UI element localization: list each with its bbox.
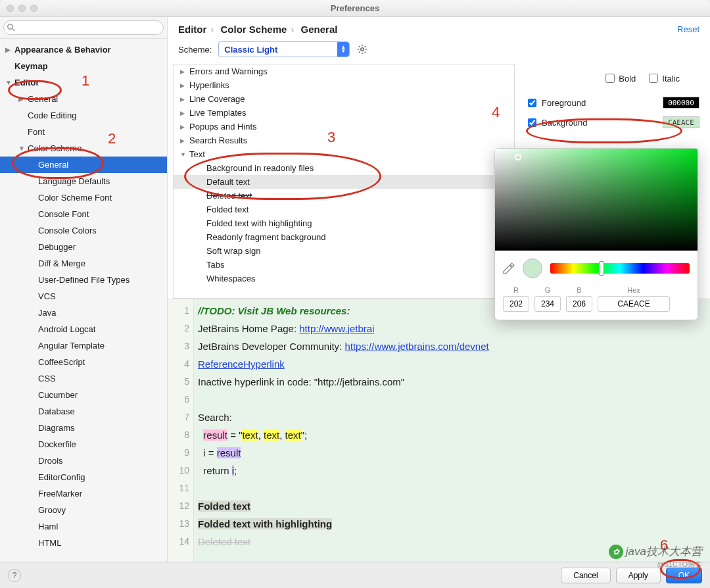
sidebar: ▶Appearance & BehaviorKeymap▼Editor▶Gene… bbox=[0, 17, 168, 562]
sidebar-item[interactable]: CoffeeScript bbox=[0, 354, 167, 370]
search-field[interactable] bbox=[0, 17, 167, 39]
sidebar-item[interactable]: CSS bbox=[0, 370, 167, 387]
attr-item[interactable]: Background in readonly files bbox=[174, 161, 514, 175]
svg-point-0 bbox=[8, 24, 13, 30]
settings-tree[interactable]: ▶Appearance & BehaviorKeymap▼Editor▶Gene… bbox=[0, 39, 167, 562]
attr-item[interactable]: Folded text bbox=[174, 203, 514, 216]
scheme-select[interactable]: Classic Light ▲▼ bbox=[218, 41, 350, 57]
link[interactable]: https://www.jetbrains.com/devnet bbox=[344, 341, 488, 352]
background-checkbox[interactable] bbox=[528, 118, 536, 127]
current-color-swatch bbox=[523, 258, 542, 278]
dialog-footer: ? Cancel Apply OK bbox=[0, 562, 710, 588]
sidebar-item[interactable]: Console Colors bbox=[0, 222, 167, 239]
sidebar-item[interactable]: General bbox=[0, 157, 167, 173]
attr-item[interactable]: Folded text with highlighting bbox=[174, 216, 514, 230]
sidebar-item[interactable]: User-Defined File Types bbox=[0, 272, 167, 288]
sidebar-item[interactable]: Color Scheme Font bbox=[0, 189, 167, 206]
sidebar-item[interactable]: Font bbox=[0, 124, 167, 140]
color-picker-popup[interactable]: R G B Hex bbox=[494, 148, 698, 320]
bold-checkbox[interactable]: Bold bbox=[605, 69, 636, 87]
italic-checkbox[interactable]: Italic bbox=[649, 69, 680, 87]
sidebar-item[interactable]: Database bbox=[0, 403, 167, 420]
sv-cursor[interactable] bbox=[515, 154, 521, 160]
attr-item[interactable]: ▶Search Results bbox=[174, 134, 514, 147]
watermark-sub: @51CTO博客 bbox=[657, 560, 702, 570]
sidebar-item[interactable]: ▶Appearance & Behavior bbox=[0, 41, 167, 58]
sidebar-item[interactable]: Groovy bbox=[0, 502, 167, 518]
hex-input[interactable] bbox=[598, 296, 670, 312]
link[interactable]: http://www.jetbrai bbox=[299, 323, 374, 334]
sidebar-item[interactable]: Java bbox=[0, 305, 167, 321]
annotation-number: 4 bbox=[492, 104, 500, 121]
sidebar-item[interactable]: ▶General bbox=[0, 91, 167, 107]
background-label: Background bbox=[542, 118, 587, 128]
annotation-number: 3 bbox=[327, 129, 335, 146]
dropdown-caret-icon: ▲▼ bbox=[337, 42, 349, 57]
attr-item[interactable]: Deleted text bbox=[174, 189, 514, 203]
b-input[interactable] bbox=[566, 296, 592, 312]
titlebar: Preferences bbox=[0, 0, 710, 17]
sidebar-item[interactable]: Diff & Merge bbox=[0, 255, 167, 272]
ok-button[interactable]: OK bbox=[666, 568, 702, 583]
attr-item[interactable]: ▶Line Coverage bbox=[174, 92, 514, 106]
foreground-swatch[interactable]: 000000 bbox=[663, 97, 699, 109]
sidebar-item[interactable]: Diagrams bbox=[0, 420, 167, 436]
window-title: Preferences bbox=[331, 3, 379, 13]
foreground-label: Foreground bbox=[542, 98, 586, 108]
scheme-value: Classic Light bbox=[224, 45, 277, 55]
attr-item[interactable]: Soft wrap sign bbox=[174, 244, 514, 258]
crumb-editor[interactable]: Editor bbox=[178, 24, 206, 35]
search-input[interactable] bbox=[3, 20, 164, 35]
eyedropper-icon[interactable] bbox=[503, 262, 515, 274]
background-swatch[interactable]: CAEACE bbox=[663, 116, 699, 128]
gutter: 1234567891011121314 bbox=[168, 299, 194, 562]
sidebar-item[interactable]: Code Editing bbox=[0, 107, 167, 124]
window-controls[interactable] bbox=[7, 5, 37, 12]
sidebar-item[interactable]: Dockerfile bbox=[0, 436, 167, 453]
sidebar-item[interactable]: FreeMarker bbox=[0, 485, 167, 502]
sidebar-item[interactable]: Cucumber bbox=[0, 387, 167, 403]
attr-item[interactable]: ▶Popups and Hints bbox=[174, 120, 514, 134]
sidebar-item[interactable]: Debugger bbox=[0, 239, 167, 255]
sidebar-item[interactable]: Android Logcat bbox=[0, 321, 167, 337]
hue-slider[interactable] bbox=[550, 263, 690, 274]
code-preview: 1234567891011121314 //TODO: Visit JB Web… bbox=[168, 299, 710, 562]
svg-point-2 bbox=[361, 48, 364, 51]
sidebar-item[interactable]: Console Font bbox=[0, 206, 167, 222]
sidebar-item[interactable]: Haml bbox=[0, 518, 167, 535]
search-icon bbox=[7, 24, 15, 32]
sv-field[interactable] bbox=[495, 149, 698, 251]
sidebar-item[interactable]: HTML bbox=[0, 535, 167, 551]
annotation-number: 1 bbox=[82, 72, 89, 89]
crumb-general: General bbox=[301, 24, 338, 35]
hue-thumb[interactable] bbox=[599, 261, 604, 276]
scheme-label: Scheme: bbox=[178, 45, 212, 55]
attr-item[interactable]: Whitespaces bbox=[174, 272, 514, 285]
sidebar-item[interactable]: EditorConfig bbox=[0, 469, 167, 485]
cancel-button[interactable]: Cancel bbox=[561, 568, 610, 583]
attr-item[interactable]: ▼Text bbox=[174, 147, 514, 161]
sidebar-item[interactable]: ▼Color Scheme bbox=[0, 140, 167, 157]
g-input[interactable] bbox=[534, 296, 561, 312]
attr-item[interactable]: Readonly fragment background bbox=[174, 230, 514, 244]
attributes-tree[interactable]: ▶Errors and Warnings▶Hyperlinks▶Line Cov… bbox=[173, 64, 515, 299]
apply-button[interactable]: Apply bbox=[616, 568, 661, 583]
sidebar-item[interactable]: VCS bbox=[0, 288, 167, 305]
attr-item[interactable]: Tabs bbox=[174, 258, 514, 272]
attr-item[interactable]: ▶Hyperlinks bbox=[174, 78, 514, 92]
code-area[interactable]: //TODO: Visit JB Web resources: JetBrain… bbox=[194, 299, 710, 562]
attr-item[interactable]: Default text bbox=[174, 175, 514, 189]
attr-item[interactable]: ▶Live Templates bbox=[174, 106, 514, 120]
r-input[interactable] bbox=[503, 296, 529, 312]
crumb-color-scheme[interactable]: Color Scheme bbox=[221, 24, 287, 35]
watermark: ✿java技术大本营 bbox=[609, 544, 702, 559]
gear-icon[interactable] bbox=[356, 43, 368, 55]
sidebar-item[interactable]: Angular Template bbox=[0, 337, 167, 354]
sidebar-item[interactable]: Language Defaults bbox=[0, 173, 167, 189]
attr-item[interactable]: ▶Errors and Warnings bbox=[174, 64, 514, 78]
sidebar-item[interactable]: Drools bbox=[0, 453, 167, 469]
link[interactable]: ReferenceHyperlink bbox=[198, 358, 285, 370]
help-button[interactable]: ? bbox=[8, 569, 21, 582]
reset-link[interactable]: Reset bbox=[677, 24, 699, 34]
foreground-checkbox[interactable] bbox=[528, 99, 536, 107]
